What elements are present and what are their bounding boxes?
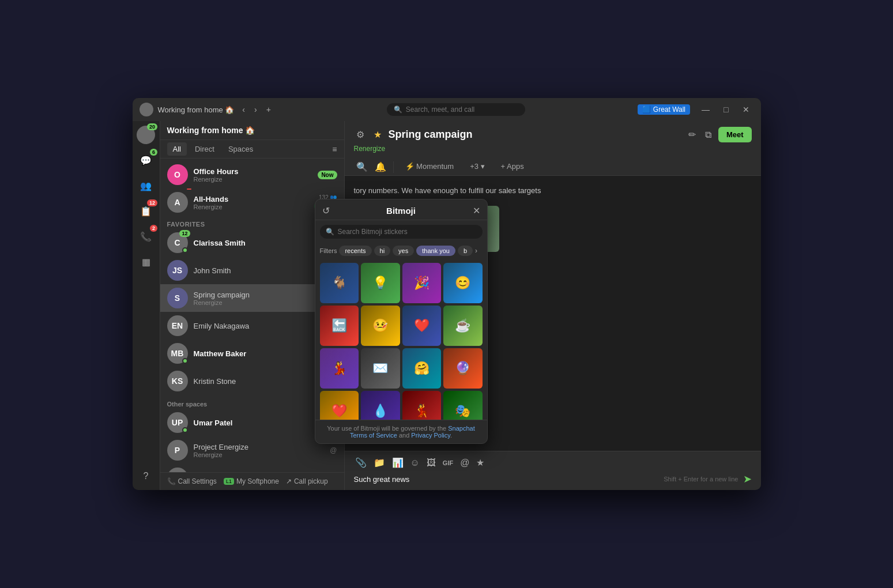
bitmoji-title: Bitmoji — [330, 206, 473, 216]
call-settings-btn[interactable]: 📞 Call Settings — [167, 477, 217, 485]
item-name: Umar Patel — [194, 419, 327, 427]
copy-icon-btn[interactable]: ⧉ — [703, 127, 714, 142]
sticker-love-you[interactable]: ❤️ — [402, 306, 442, 346]
user-avatar[interactable]: 20 — [137, 126, 155, 144]
minimize-button[interactable]: — — [697, 104, 714, 115]
phone-icon-btn[interactable]: 📞 2 — [137, 227, 155, 246]
footer-snapchat-link[interactable]: Snapchat — [448, 425, 474, 432]
tab-plus3[interactable]: +3 ▾ — [463, 159, 491, 175]
sticker-sick[interactable]: 🤒 — [361, 306, 400, 346]
filter-icon[interactable]: ≡ — [332, 145, 337, 154]
chat-icon-btn[interactable]: 💬 6 — [137, 151, 155, 169]
tab-apps[interactable]: + Apps — [494, 159, 531, 175]
tab-all[interactable]: All — [167, 142, 187, 156]
star-icon-btn[interactable]: ★ — [371, 127, 384, 142]
window-controls: — □ ✕ — [697, 104, 753, 115]
avatar: EN — [167, 315, 188, 336]
footer-privacy-link[interactable]: Privacy Policy — [411, 432, 450, 439]
header-actions: ⧉ Meet — [703, 127, 752, 142]
sticker-great-idea[interactable]: 💡 — [361, 263, 400, 303]
sticker-hows-your-day[interactable]: 😊 — [443, 263, 483, 303]
phone-icon: 📞 — [140, 231, 152, 242]
sticker-level-up[interactable]: 🎉 — [402, 263, 442, 303]
emoji-button[interactable]: ☺ — [409, 457, 421, 469]
call-pickup-btn[interactable]: ↗ Call pickup — [286, 477, 328, 485]
close-button[interactable]: ✕ — [738, 104, 754, 115]
sticker-back-at-ya[interactable]: 🔙 — [320, 306, 359, 346]
contacts-icon-btn[interactable]: 👥 — [137, 176, 155, 195]
edit-channel-btn[interactable]: ✏ — [686, 127, 698, 142]
filter-chip-thankyou[interactable]: thank you — [416, 246, 455, 256]
tab-momentum[interactable]: ⚡ Momentum — [398, 159, 461, 175]
attach-button[interactable]: 📎 — [354, 456, 368, 469]
bitmoji-close-icon[interactable]: ✕ — [473, 205, 480, 216]
notify-content-btn[interactable]: 🔔 — [372, 159, 389, 175]
input-hint: Shift + Enter for a new line — [664, 476, 738, 483]
filters-more-icon[interactable]: › — [475, 247, 477, 255]
nav-add-button[interactable]: + — [263, 104, 274, 115]
filter-chip-b[interactable]: b — [458, 246, 473, 256]
tab-direct[interactable]: Direct — [189, 142, 220, 156]
meet-button[interactable]: Meet — [718, 127, 752, 142]
at-button[interactable]: @ — [459, 457, 470, 469]
at-icon: @ — [330, 446, 337, 454]
image-button[interactable]: 🖼 — [425, 457, 437, 469]
sticker-self-awareness[interactable]: 🔮 — [443, 348, 483, 389]
sticker-big-hugs[interactable]: 🤗 — [402, 348, 442, 389]
sticker-love-you-tons[interactable]: ❤️ — [320, 391, 359, 420]
filter-chip-hi[interactable]: hi — [374, 246, 391, 256]
my-softphone-btn[interactable]: L1 My Softphone — [224, 477, 279, 485]
filter-chip-recents[interactable]: recents — [339, 246, 371, 256]
sticker-curtain[interactable]: 🎭 — [443, 391, 483, 420]
bitmoji-search-input[interactable] — [338, 228, 477, 236]
list-item[interactable]: O Office Hours Renergize Now — [160, 161, 344, 189]
help-icon-btn[interactable]: ? — [137, 467, 155, 485]
gear-icon-btn[interactable]: ⚙ — [354, 127, 367, 142]
sticker-goat[interactable]: 🐐 — [320, 263, 359, 303]
sticker-sexy[interactable]: 💃 — [320, 348, 359, 389]
gif-button[interactable]: GIF — [442, 458, 454, 468]
chart-button[interactable]: 📊 — [391, 456, 405, 469]
call-pickup-icon: ↗ — [286, 477, 292, 485]
left-icon-bar: 20 💬 6 👥 📋 12 📞 2 ▦ ? — [133, 121, 160, 490]
message-input[interactable] — [354, 475, 660, 484]
send-button[interactable]: ➤ — [743, 473, 752, 485]
bitmoji-popup: ↺ Bitmoji ✕ 🔍 Filters recents hi yes tha… — [315, 199, 488, 444]
search-content-btn[interactable]: 🔍 — [354, 159, 370, 175]
search-input[interactable] — [406, 105, 510, 114]
item-info: Project Energize Renergize — [194, 443, 325, 458]
item-info: All-Hands Renergize — [194, 195, 308, 210]
message-input-row: Shift + Enter for a new line ➤ — [354, 473, 752, 485]
sticker-waves[interactable]: 💧 — [361, 391, 400, 420]
bitmoji-refresh-icon[interactable]: ↺ — [322, 205, 330, 216]
footer-tos-link[interactable]: Terms of Service — [350, 432, 397, 439]
calendar-icon-btn[interactable]: 📋 12 — [137, 202, 155, 220]
sticker-dirty[interactable]: 💃 — [402, 391, 442, 420]
my-softphone-label: My Softphone — [236, 477, 279, 485]
notification-badge: 20 — [147, 123, 157, 130]
item-name: Kristin Stone — [194, 377, 323, 386]
count-badge — [187, 189, 191, 190]
bitmoji-search[interactable]: 🔍 — [320, 225, 483, 239]
nav-forward-button[interactable]: › — [251, 104, 261, 115]
list-item[interactable]: ME — [160, 464, 344, 472]
avatar: C 12 — [167, 232, 188, 253]
channel-subtitle: Renergize — [354, 145, 752, 156]
tab-spaces[interactable]: Spaces — [223, 142, 259, 156]
sticker-letter[interactable]: ✉️ — [361, 348, 400, 389]
sidebar-tabs: All Direct Spaces ≡ — [160, 140, 344, 159]
item-name: Emily Nakagawa — [194, 322, 326, 330]
sticker-relaxing[interactable]: ☕ — [443, 306, 483, 346]
maximize-button[interactable]: □ — [719, 104, 733, 115]
global-search[interactable]: 🔍 — [387, 103, 525, 116]
channel-name: Spring campaign — [389, 129, 681, 141]
avatar: MB — [167, 343, 188, 364]
grid-icon-btn[interactable]: ▦ — [137, 252, 155, 271]
nav-back-button[interactable]: ‹ — [239, 104, 248, 115]
footer-and: and — [399, 432, 409, 439]
sticker-button[interactable]: ★ — [475, 456, 485, 469]
folder-button[interactable]: 📁 — [372, 456, 386, 469]
contacts-icon: 👥 — [140, 180, 152, 191]
avatar: S — [167, 288, 188, 308]
filter-chip-yes[interactable]: yes — [393, 246, 414, 256]
